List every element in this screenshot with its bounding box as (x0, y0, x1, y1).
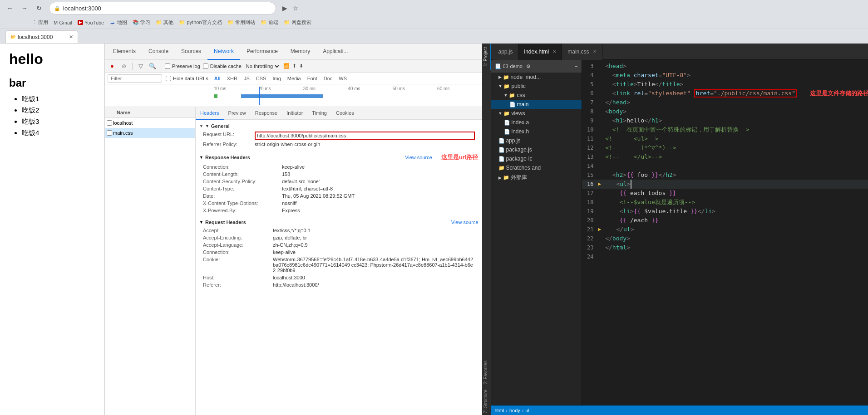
tree-item-css[interactable]: ▼ 📁 css (491, 91, 582, 100)
preserve-log-input[interactable] (165, 63, 170, 69)
record-button[interactable]: ● (108, 62, 117, 71)
code-line-12: 12 <!-- (*^▽^*)--> (582, 143, 868, 152)
filter-icon[interactable]: ▽ (136, 62, 145, 71)
tab-localhost[interactable]: 📂 localhost:3000 ✕ (5, 30, 78, 43)
general-arrow-icon: ▼ (205, 124, 209, 128)
side-panels: 1: Project 2: Favorites Z: Structure (482, 44, 491, 415)
tab-network[interactable]: Network (207, 44, 240, 60)
filter-css[interactable]: CSS (254, 75, 269, 82)
disable-cache-input[interactable] (203, 63, 208, 69)
tree-item-indexh[interactable]: 📄 index.h (491, 127, 582, 136)
address-text: localhost:3000 (63, 5, 271, 12)
filter-xhr[interactable]: XHR (225, 75, 240, 82)
editor-tab-indexhtml[interactable]: index.html ✕ (519, 44, 562, 60)
favorites-panel-label[interactable]: 2: Favorites (482, 357, 491, 388)
tab-close-icon[interactable]: ✕ (69, 34, 73, 40)
tree-item-indexa[interactable]: 📄 index.a (491, 118, 582, 127)
editor-tab-maincss[interactable]: main.css ✕ (562, 44, 602, 60)
detail-tab-initiator[interactable]: Initiator (282, 107, 307, 120)
network-file-maincss[interactable]: main.css (105, 128, 195, 138)
refresh-button[interactable]: ↻ (33, 2, 45, 15)
stop-button[interactable]: ⊘ (119, 62, 128, 71)
indexhtml-close-icon[interactable]: ✕ (552, 49, 556, 54)
tree-item-scratches[interactable]: 📁 Scratches and (491, 163, 582, 172)
filter-img[interactable]: Img (270, 75, 283, 82)
detail-tab-headers[interactable]: Headers (196, 107, 224, 120)
filter-input[interactable] (108, 74, 162, 83)
search-icon[interactable]: 🔍 (148, 62, 157, 71)
detail-tab-response[interactable]: Response (251, 107, 282, 120)
common-bookmark[interactable]: 📁 常用网站 (227, 19, 255, 26)
tree-item-public[interactable]: ▼ 📁 public (491, 82, 582, 91)
tab-performance[interactable]: Performance (240, 44, 284, 60)
tab-console[interactable]: Console (142, 44, 175, 60)
detail-tab-timing[interactable]: Timing (307, 107, 331, 120)
tree-item-main[interactable]: 📄 main (491, 100, 582, 109)
apps-bookmark[interactable]: ⋮ 应用 (32, 19, 48, 26)
file-icon-packagelc: 📄 (498, 156, 505, 162)
tree-item-external-lib[interactable]: ▶ 📁 外部库 (491, 172, 582, 183)
localhost-checkbox[interactable] (107, 120, 112, 126)
disable-cache-checkbox[interactable]: Disable cache (203, 63, 242, 69)
back-button[interactable]: ← (4, 2, 16, 15)
frontend-bookmark[interactable]: 📁 前端 (261, 19, 278, 26)
req-accept-encoding-key: Accept-Encoding: (203, 235, 271, 240)
tab-application[interactable]: Applicati... (316, 44, 354, 60)
project-panel-label[interactable]: 1: Project (482, 44, 491, 70)
bookmark-icon[interactable]: ☆ (293, 5, 299, 12)
tab-sources[interactable]: Sources (175, 44, 207, 60)
detail-tab-preview[interactable]: Preview (224, 107, 251, 120)
structure-panel-label[interactable]: Z: Structure (482, 388, 491, 415)
project-gear-icon[interactable]: ⚙ (526, 63, 531, 69)
filter-ws[interactable]: WS (336, 75, 349, 82)
network-file-localhost[interactable]: localhost (105, 118, 195, 128)
forward-button[interactable]: → (18, 2, 31, 15)
request-headers-view-source[interactable]: View source (451, 220, 478, 225)
resp-contentlength-key: Content-Length: (203, 171, 280, 177)
timeline-label-20ms: 20 ms (258, 86, 303, 91)
maps-bookmark[interactable]: 🗻 地图 (109, 19, 127, 26)
resp-csp-key: Content-Security-Policy: (203, 179, 280, 184)
req-connection-row: Connection: keep-alive (199, 249, 478, 256)
netdisk-bookmark[interactable]: 📁 网盘搜索 (284, 19, 311, 26)
other-bookmark[interactable]: 📁 其他 (156, 19, 173, 26)
code-editor[interactable]: 3 <head> 4 <meta charset="UTF-8"> 5 <tit (582, 60, 868, 405)
toolbar-separator-1 (132, 63, 133, 70)
hide-data-urls-checkbox[interactable]: Hide data URLs (166, 76, 208, 81)
req-accept-key: Accept: (203, 228, 271, 233)
preserve-log-checkbox[interactable]: Preserve log (165, 63, 200, 69)
hide-data-urls-input[interactable] (166, 76, 171, 81)
project-minimize-icon[interactable]: − (575, 63, 577, 69)
python-bookmark[interactable]: 📁 python官方文档 (179, 19, 222, 26)
filter-font[interactable]: Font (305, 75, 320, 82)
filter-media[interactable]: Media (285, 75, 303, 82)
address-bar[interactable]: 🔒 localhost:3000 (49, 2, 276, 15)
detail-tab-cookies[interactable]: Cookies (331, 107, 359, 120)
youtube-bookmark[interactable]: ▶ YouTube (78, 20, 104, 25)
maincss-checkbox[interactable] (107, 130, 112, 136)
filter-doc[interactable]: Doc (321, 75, 335, 82)
localhost-filename: localhost (113, 120, 133, 126)
appjs-filename: app.js (498, 49, 513, 55)
tab-memory[interactable]: Memory (284, 44, 316, 60)
general-section-title[interactable]: ▼ General (199, 122, 478, 131)
tree-item-node-modules[interactable]: ▶ 📁 node_mod... (491, 73, 582, 82)
response-headers-view-source[interactable]: View source (405, 155, 432, 160)
maincss-close-icon[interactable]: ✕ (593, 49, 597, 54)
code-line-22: 22 </body> (582, 234, 868, 243)
filter-js[interactable]: JS (242, 75, 252, 82)
req-accept-value: text/css,*/*;q=0.1 (273, 228, 475, 233)
study-bookmark[interactable]: 📚 学习 (133, 19, 150, 26)
editor-tab-appjs[interactable]: app.js (493, 44, 519, 60)
throttling-select[interactable]: No throttling (244, 63, 281, 69)
tree-item-packagejs[interactable]: 📄 package.js (491, 145, 582, 154)
tab-elements[interactable]: Elements (107, 44, 142, 60)
tree-item-appjs[interactable]: 📄 app.js (491, 136, 582, 145)
req-connection-key: Connection: (203, 249, 271, 255)
tree-item-views[interactable]: ▼ 📁 views (491, 109, 582, 118)
tree-item-packagelc[interactable]: 📄 package-lc (491, 154, 582, 163)
filter-all[interactable]: All (212, 75, 223, 82)
resp-contenttype-key: Content-Type: (203, 186, 280, 191)
gmail-bookmark[interactable]: M Gmail (54, 20, 72, 25)
folder-icon-public: 📁 (503, 83, 510, 89)
